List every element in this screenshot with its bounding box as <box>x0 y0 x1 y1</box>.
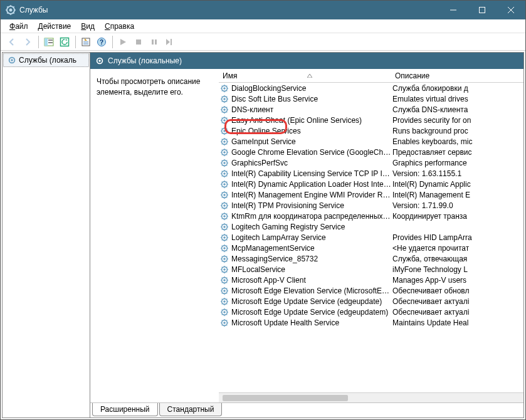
service-name: Logitech Gaming Registry Service <box>231 223 391 231</box>
gear-icon <box>220 127 229 135</box>
service-description: Intel(R) Dynamic Applic <box>391 180 523 189</box>
services-icon <box>8 56 16 65</box>
service-row[interactable]: McpManagementService<Не удается прочитат <box>219 243 523 253</box>
svg-point-48 <box>223 236 226 239</box>
service-name: Easy Anti-Cheat (Epic Online Services) <box>231 116 391 125</box>
minimize-button[interactable] <box>439 1 468 19</box>
detail-panel: Чтобы просмотреть описание элемента, выд… <box>90 69 219 402</box>
service-row[interactable]: DNS-клиентСлужба DNS-клиента <box>219 104 523 115</box>
service-row[interactable]: Microsoft Edge Update Service (edgeupdat… <box>219 307 523 317</box>
service-row[interactable]: GraphicsPerfSvcGraphics performance <box>219 157 523 168</box>
svg-point-64 <box>223 322 226 324</box>
service-name: Logitech LampArray Service <box>231 233 391 242</box>
service-row[interactable]: Intel(R) Management Engine WMI Provider … <box>219 189 523 200</box>
service-name: Google Chrome Elevation Service (GoogleC… <box>231 148 391 157</box>
tree-item-services-local[interactable]: Службы (локаль <box>3 53 89 67</box>
service-description: Служба блокировки д <box>391 84 523 93</box>
service-name: KtmRm для координатора распределенных тр… <box>231 212 391 221</box>
detail-hint: Чтобы просмотреть описание элемента, выд… <box>97 77 200 97</box>
svg-point-24 <box>223 108 226 111</box>
service-description: Enables keyboards, mic <box>391 137 523 146</box>
service-description: Version: 1.71.99.0 <box>391 201 523 210</box>
service-row[interactable]: Microsoft Edge Elevation Service (Micros… <box>219 285 523 296</box>
service-row[interactable]: MessagingService_85732Служба, отвечающая <box>219 253 523 264</box>
svg-point-58 <box>223 290 226 292</box>
service-row[interactable]: Intel(R) Dynamic Application Loader Host… <box>219 179 523 189</box>
service-name: Epic Online Services <box>231 127 391 135</box>
service-name: Microsoft Edge Update Service (edgeupdat… <box>231 308 391 317</box>
menu-view[interactable]: Вид <box>76 21 100 32</box>
restart-button[interactable] <box>162 34 177 50</box>
gear-icon <box>220 84 229 93</box>
maximize-button[interactable] <box>468 1 497 19</box>
service-row[interactable]: Google Chrome Elevation Service (GoogleC… <box>219 147 523 157</box>
refresh-button[interactable] <box>57 34 72 50</box>
service-description: Graphics performance <box>391 159 523 167</box>
gear-icon <box>220 105 229 114</box>
service-row[interactable]: Epic Online ServicesRuns background proc <box>219 125 523 136</box>
svg-point-52 <box>223 258 226 260</box>
svg-point-20 <box>223 87 226 90</box>
back-button[interactable] <box>4 34 19 50</box>
svg-point-1 <box>9 9 13 12</box>
service-name: Intel(R) TPM Provisioning Service <box>231 201 391 210</box>
service-row[interactable]: Microsoft Edge Update Service (edgeupdat… <box>219 296 523 307</box>
service-row[interactable]: MFLocalServiceiMyFone Technology L <box>219 264 523 275</box>
menubar: Файл Действие Вид Справка <box>1 19 525 33</box>
service-row[interactable]: Intel(R) Capability Licensing Service TC… <box>219 168 523 179</box>
gear-icon <box>220 318 229 327</box>
gear-icon <box>220 265 229 274</box>
svg-point-32 <box>223 151 226 154</box>
service-description: Intel(R) Management E <box>391 191 523 199</box>
column-name[interactable]: Имя <box>219 70 391 82</box>
service-row[interactable]: GameInput ServiceEnables keyboards, mic <box>219 136 523 147</box>
service-row[interactable]: DialogBlockingServiceСлужба блокировки д <box>219 83 523 93</box>
close-button[interactable] <box>497 1 525 19</box>
tab-standard[interactable]: Стандартный <box>159 403 223 416</box>
service-row[interactable]: Microsoft Update Health ServiceMaintains… <box>219 317 523 328</box>
service-description: Обеспечивает актуалі <box>391 308 523 317</box>
service-description: Предоставляет сервис <box>391 148 523 157</box>
menu-action[interactable]: Действие <box>33 21 76 32</box>
list-header: Имя Описание <box>219 69 523 83</box>
service-row[interactable]: Microsoft App-V ClientManages App-V user… <box>219 275 523 285</box>
service-row[interactable]: KtmRm для координатора распределенных тр… <box>219 211 523 221</box>
help-button[interactable]: ? <box>94 34 109 50</box>
pause-button[interactable] <box>147 34 162 50</box>
forward-button[interactable] <box>20 34 35 50</box>
export-list-button[interactable] <box>78 34 93 50</box>
gear-icon <box>220 148 229 157</box>
svg-point-44 <box>223 215 226 218</box>
view-tabs: Расширенный Стандартный <box>90 402 523 417</box>
service-name: Disc Soft Lite Bus Service <box>231 95 391 103</box>
service-description: <Не удается прочитат <box>391 244 523 253</box>
service-name: MessagingService_85732 <box>231 255 391 263</box>
show-hide-tree-button[interactable] <box>41 34 56 50</box>
service-row[interactable]: Logitech Gaming Registry Service <box>219 221 523 232</box>
service-description: Runs background proc <box>391 127 523 135</box>
tab-extended[interactable]: Расширенный <box>92 403 158 416</box>
start-button[interactable] <box>115 34 130 50</box>
stop-button[interactable] <box>131 34 146 50</box>
svg-point-26 <box>223 119 226 122</box>
service-description: iMyFone Technology L <box>391 265 523 274</box>
service-description: Обеспечивает актуалі <box>391 297 523 306</box>
svg-rect-11 <box>136 39 141 45</box>
gear-icon <box>220 159 229 167</box>
service-row[interactable]: Easy Anti-Cheat (Epic Online Services)Pr… <box>219 115 523 125</box>
column-description[interactable]: Описание <box>391 70 523 82</box>
svg-point-46 <box>223 226 226 228</box>
service-name: Intel(R) Management Engine WMI Provider … <box>231 191 391 199</box>
service-description: Version: 1.63.1155.1 <box>391 169 523 178</box>
horizontal-scrollbar[interactable] <box>219 392 523 402</box>
svg-point-62 <box>223 311 226 313</box>
service-description: Служба DNS-клиента <box>391 105 523 114</box>
menu-help[interactable]: Справка <box>100 21 139 32</box>
service-row[interactable]: Logitech LampArray ServiceProvides HID L… <box>219 232 523 243</box>
menu-file[interactable]: Файл <box>4 21 33 32</box>
service-row[interactable]: Intel(R) TPM Provisioning ServiceVersion… <box>219 200 523 211</box>
svg-point-56 <box>223 279 226 281</box>
gear-icon <box>220 223 229 231</box>
tree-label: Службы (локаль <box>19 56 76 65</box>
service-row[interactable]: Disc Soft Lite Bus ServiceEmulates virtu… <box>219 93 523 104</box>
